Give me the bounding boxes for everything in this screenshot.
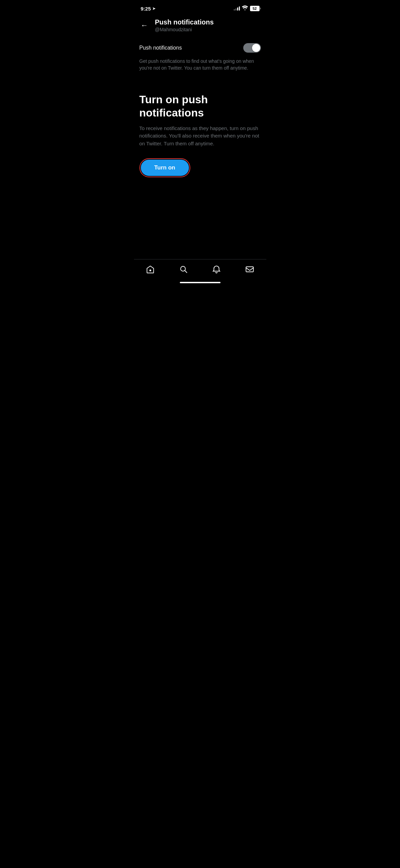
time-display: 9:25: [141, 6, 151, 12]
battery-level: 52: [252, 6, 256, 11]
signal-bar-2: [235, 8, 236, 11]
page-title: Push notifications: [155, 18, 214, 26]
bottom-navigation: [134, 259, 266, 287]
back-button[interactable]: ←: [139, 20, 150, 31]
signal-bar-4: [239, 6, 240, 11]
main-description: To receive notifications as they happen,…: [139, 125, 261, 148]
home-indicator-bar: [180, 282, 221, 283]
turn-on-button[interactable]: Turn on: [141, 160, 189, 176]
nav-header: ← Push notifications @Mahmoudzitani: [134, 15, 266, 38]
status-right: 52: [234, 5, 260, 12]
toggle-description: Get push notifications to find out what'…: [134, 58, 266, 79]
home-indicator: [134, 280, 266, 287]
signal-bar-1: [234, 9, 235, 11]
search-icon: [179, 265, 188, 276]
toggle-knob: [252, 44, 260, 52]
turn-on-button-wrapper: Turn on: [139, 158, 190, 177]
notifications-icon: [212, 265, 221, 276]
nav-item-notifications[interactable]: [207, 264, 226, 277]
nav-item-home[interactable]: [140, 264, 160, 277]
notifications-toggle-row: Push notifications: [134, 38, 266, 58]
notifications-toggle[interactable]: [243, 43, 261, 53]
main-heading: Turn on push notifications: [139, 93, 261, 119]
signal-bar-3: [237, 7, 238, 11]
status-time: 9:25 ➤: [141, 6, 155, 12]
account-handle: @Mahmoudzitani: [155, 27, 214, 32]
battery-icon: 52: [250, 6, 260, 11]
svg-point-0: [150, 270, 151, 271]
nav-items: [134, 259, 266, 280]
location-icon: ➤: [152, 6, 155, 11]
main-content: Turn on push notifications To receive no…: [134, 79, 266, 184]
svg-rect-3: [246, 267, 253, 272]
nav-item-search[interactable]: [174, 264, 193, 277]
status-bar: 9:25 ➤ 52: [134, 0, 266, 15]
svg-line-2: [185, 271, 187, 273]
nav-item-messages[interactable]: [240, 264, 260, 277]
home-icon: [146, 265, 155, 276]
messages-icon: [245, 265, 254, 276]
signal-icon: [234, 6, 240, 11]
wifi-icon: [242, 5, 248, 12]
header-title-group: Push notifications @Mahmoudzitani: [155, 18, 214, 32]
toggle-label: Push notifications: [139, 45, 182, 51]
